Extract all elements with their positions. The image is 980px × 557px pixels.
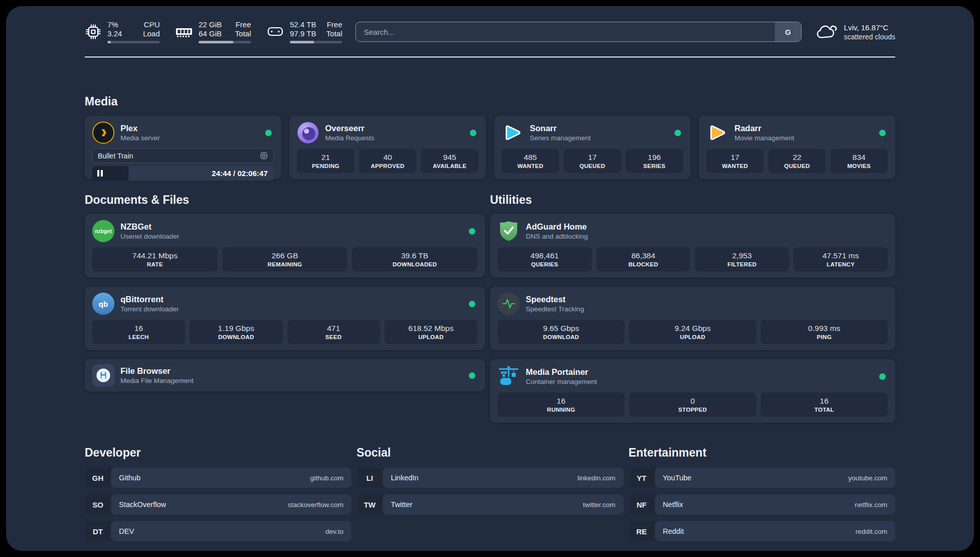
bookmark-url: github.com (310, 474, 343, 482)
ram-progress-bar (199, 41, 251, 43)
bookmark-url: twitter.com (583, 501, 616, 509)
utilities-column: Utilities AdGuard Home DNS and adblockin… (490, 179, 895, 423)
stat-pending: 21PENDING (297, 149, 354, 173)
stat-stopped: 0STOPPED (629, 393, 756, 417)
weather-widget: Lviv, 16.87°C scattered clouds (815, 23, 895, 41)
bookmark-netflix[interactable]: NF Netflixnetflix.com (629, 494, 895, 515)
stat-total: 16TOTAL (761, 393, 888, 417)
bookmark-abbr: SO (85, 494, 111, 515)
bookmark-abbr: DT (85, 521, 111, 541)
bookmark-reddit[interactable]: RE Redditreddit.com (629, 521, 895, 541)
app-title: NZBGet (120, 221, 179, 232)
status-dot (265, 130, 272, 136)
bookmark-linkedin[interactable]: LI LinkedInlinkedin.com (356, 468, 623, 488)
sonarr-card[interactable]: Sonarr Series management 485WANTED 17QUE… (494, 116, 691, 179)
bookmark-twitter[interactable]: TW Twittertwitter.com (356, 494, 623, 515)
bookmark-url: linkedin.com (578, 474, 616, 482)
bookmark-url: youtube.com (848, 474, 887, 482)
top-bar: 7% 3.24 CPU Load (85, 6, 895, 43)
disk-icon (266, 24, 284, 40)
entertainment-links: Entertainment YT YouTubeyoutube.com NF N… (629, 446, 895, 548)
adguard-card[interactable]: AdGuard Home DNS and adblocking 498,461Q… (490, 214, 895, 277)
plex-card[interactable]: Plex Media server Bullet Train 24:44 / 0… (85, 116, 281, 179)
bookmark-name: StackOverflow (119, 500, 166, 509)
bookmark-url: dev.to (326, 528, 344, 535)
cpu-label: CPU (143, 20, 160, 29)
app-title: Plex (120, 123, 160, 133)
app-subtitle: Torrent downloader (120, 305, 179, 313)
social-links: Social LI LinkedInlinkedin.com TW Twitte… (356, 446, 623, 548)
bookmark-name: Twitter (391, 500, 412, 509)
ram-free: 22 GiB (199, 20, 222, 29)
weather-condition: scattered clouds (844, 32, 895, 41)
disk-total: 97.9 TB (290, 29, 316, 38)
stat-movies: 834MOVIES (830, 149, 888, 173)
bookmark-stackoverflow[interactable]: SO StackOverflowstackoverflow.com (85, 494, 351, 515)
bookmark-youtube[interactable]: YT YouTubeyoutube.com (629, 468, 895, 488)
section-title-developer: Developer (85, 446, 351, 460)
ram-total-label: Total (235, 29, 251, 38)
filebrowser-card[interactable]: File Browser Media File Management (85, 359, 485, 392)
status-dot (469, 228, 475, 235)
bookmark-name: DEV (119, 527, 134, 535)
now-playing-title: Bullet Train (98, 152, 133, 160)
portainer-icon (498, 365, 520, 387)
section-title-utilities: Utilities (490, 193, 895, 207)
stat-downloaded: 39.6 TBDOWNLOADED (352, 247, 477, 271)
stat-wanted: 17WANTED (706, 149, 764, 173)
status-dot (879, 373, 886, 380)
header-divider (85, 57, 895, 58)
bookmark-url: netflix.com (854, 501, 887, 509)
stat-approved: 40APPROVED (359, 149, 416, 173)
nzbget-card[interactable]: nzbget NZBGet Usenet downloader 744.21 M… (85, 214, 485, 277)
cpu-progress-bar (107, 41, 160, 43)
dashboard: 7% 3.24 CPU Load (6, 6, 974, 551)
stat-wanted: 485WANTED (502, 149, 559, 173)
bookmark-dev[interactable]: DT DEVdev.to (85, 521, 351, 541)
bookmark-github[interactable]: GH Githubgithub.com (85, 468, 351, 488)
radarr-icon (706, 122, 728, 144)
bookmark-abbr: TW (356, 494, 383, 515)
section-title-media: Media (85, 95, 895, 108)
nzbget-icon: nzbget (92, 220, 114, 242)
sonarr-icon (502, 122, 524, 144)
speedtest-icon (498, 293, 520, 315)
bookmark-abbr: YT (629, 468, 655, 488)
plex-icon (92, 122, 114, 144)
stat-blocked: 86,384BLOCKED (596, 247, 691, 271)
radarr-card[interactable]: Radarr Movie management 17WANTED 22QUEUE… (699, 116, 895, 179)
stat-seed: 471SEED (287, 320, 380, 344)
overseerr-card[interactable]: Overseerr Media Requests 21PENDING 40APP… (289, 116, 486, 179)
app-subtitle: Series management (530, 134, 591, 142)
status-dot (879, 130, 886, 136)
disk-free-label: Free (326, 20, 342, 29)
section-title-entertainment: Entertainment (629, 446, 895, 460)
overseerr-icon (297, 122, 319, 144)
stat-upload: 618.52 MbpsUPLOAD (385, 320, 477, 344)
stat-download: 1.19 GbpsDOWNLOAD (190, 320, 282, 344)
ram-total: 64 GiB (199, 29, 222, 38)
playback-progress-bar[interactable]: 24:44 / 02:06:47 (92, 166, 274, 181)
stat-queued: 17QUEUED (564, 149, 621, 173)
app-subtitle: Media server (120, 134, 160, 142)
cpu-load: 3.24 (107, 29, 122, 38)
filebrowser-icon (92, 364, 114, 386)
search-engine-button[interactable]: G (775, 22, 801, 41)
now-playing-row: Bullet Train (92, 148, 274, 163)
search-input[interactable] (356, 22, 775, 41)
app-title: Radarr (734, 123, 794, 133)
stat-ping: 0.993 msPING (761, 320, 888, 344)
status-dot (470, 130, 476, 136)
portainer-card[interactable]: Media Portainer Container management 16R… (490, 359, 895, 423)
media-cards-row: Plex Media server Bullet Train 24:44 / 0… (85, 116, 895, 179)
status-dot (469, 301, 475, 307)
status-dot (675, 130, 681, 136)
speedtest-card[interactable]: Speedtest Speedtest Tracking 9.65 GbpsDO… (490, 287, 895, 350)
adguard-icon (498, 220, 520, 242)
qbittorrent-card[interactable]: qb qBittorrent Torrent downloader 16LEEC… (85, 287, 485, 350)
bookmark-name: Netflix (663, 500, 683, 509)
qbittorrent-icon: qb (92, 293, 114, 315)
app-subtitle: DNS and adblocking (526, 232, 588, 241)
app-title: Media Portainer (526, 367, 597, 377)
stat-rate: 744.21 MbpsRATE (92, 247, 218, 271)
